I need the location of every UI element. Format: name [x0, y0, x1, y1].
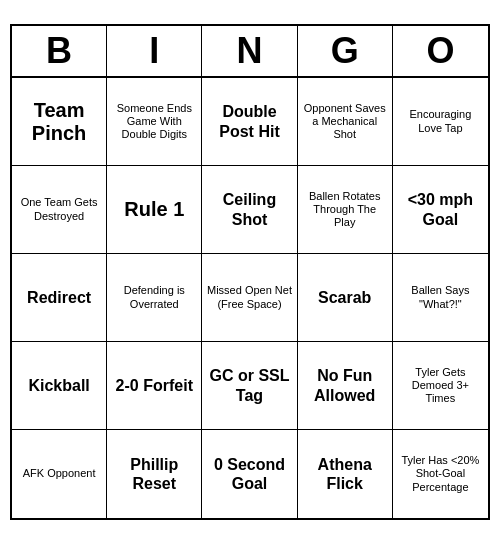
cell-text-10: Redirect [27, 288, 91, 307]
bingo-cell-19: Tyler Gets Demoed 3+ Times [393, 342, 488, 430]
bingo-cell-11: Defending is Overrated [107, 254, 202, 342]
bingo-grid: Team PinchSomeone Ends Game With Double … [12, 78, 488, 518]
bingo-cell-22: 0 Second Goal [202, 430, 297, 518]
header-letter-I: I [107, 26, 202, 76]
cell-text-15: Kickball [28, 376, 89, 395]
bingo-cell-12: Missed Open Net (Free Space) [202, 254, 297, 342]
cell-text-8: Ballen Rotates Through The Play [302, 190, 388, 230]
bingo-cell-15: Kickball [12, 342, 107, 430]
cell-text-16: 2-0 Forfeit [116, 376, 193, 395]
cell-text-0: Team Pinch [16, 99, 102, 145]
cell-text-9: <30 mph Goal [397, 190, 484, 228]
bingo-cell-7: Ceiling Shot [202, 166, 297, 254]
bingo-cell-23: Athena Flick [298, 430, 393, 518]
cell-text-1: Someone Ends Game With Double Digits [111, 102, 197, 142]
bingo-card: BINGO Team PinchSomeone Ends Game With D… [10, 24, 490, 520]
bingo-cell-10: Redirect [12, 254, 107, 342]
bingo-cell-14: Ballen Says "What?!" [393, 254, 488, 342]
cell-text-12: Missed Open Net (Free Space) [206, 284, 292, 310]
cell-text-17: GC or SSL Tag [206, 366, 292, 404]
bingo-cell-21: Phillip Reset [107, 430, 202, 518]
cell-text-19: Tyler Gets Demoed 3+ Times [397, 366, 484, 406]
header-letter-O: O [393, 26, 488, 76]
bingo-header: BINGO [12, 26, 488, 78]
bingo-cell-5: One Team Gets Destroyed [12, 166, 107, 254]
bingo-cell-6: Rule 1 [107, 166, 202, 254]
bingo-cell-20: AFK Opponent [12, 430, 107, 518]
cell-text-7: Ceiling Shot [206, 190, 292, 228]
bingo-cell-13: Scarab [298, 254, 393, 342]
header-letter-N: N [202, 26, 297, 76]
cell-text-20: AFK Opponent [23, 467, 96, 480]
cell-text-11: Defending is Overrated [111, 284, 197, 310]
header-letter-G: G [298, 26, 393, 76]
bingo-cell-4: Encouraging Love Tap [393, 78, 488, 166]
cell-text-18: No Fun Allowed [302, 366, 388, 404]
bingo-cell-2: Double Post Hit [202, 78, 297, 166]
bingo-cell-24: Tyler Has <20% Shot-Goal Percentage [393, 430, 488, 518]
bingo-cell-18: No Fun Allowed [298, 342, 393, 430]
cell-text-6: Rule 1 [124, 198, 184, 221]
bingo-cell-16: 2-0 Forfeit [107, 342, 202, 430]
cell-text-5: One Team Gets Destroyed [16, 196, 102, 222]
bingo-cell-3: Opponent Saves a Mechanical Shot [298, 78, 393, 166]
header-letter-B: B [12, 26, 107, 76]
cell-text-22: 0 Second Goal [206, 455, 292, 493]
bingo-cell-1: Someone Ends Game With Double Digits [107, 78, 202, 166]
cell-text-23: Athena Flick [302, 455, 388, 493]
bingo-cell-17: GC or SSL Tag [202, 342, 297, 430]
cell-text-13: Scarab [318, 288, 371, 307]
cell-text-3: Opponent Saves a Mechanical Shot [302, 102, 388, 142]
bingo-cell-0: Team Pinch [12, 78, 107, 166]
cell-text-2: Double Post Hit [206, 102, 292, 140]
cell-text-24: Tyler Has <20% Shot-Goal Percentage [397, 454, 484, 494]
cell-text-4: Encouraging Love Tap [397, 108, 484, 134]
cell-text-14: Ballen Says "What?!" [397, 284, 484, 310]
cell-text-21: Phillip Reset [111, 455, 197, 493]
bingo-cell-9: <30 mph Goal [393, 166, 488, 254]
bingo-cell-8: Ballen Rotates Through The Play [298, 166, 393, 254]
